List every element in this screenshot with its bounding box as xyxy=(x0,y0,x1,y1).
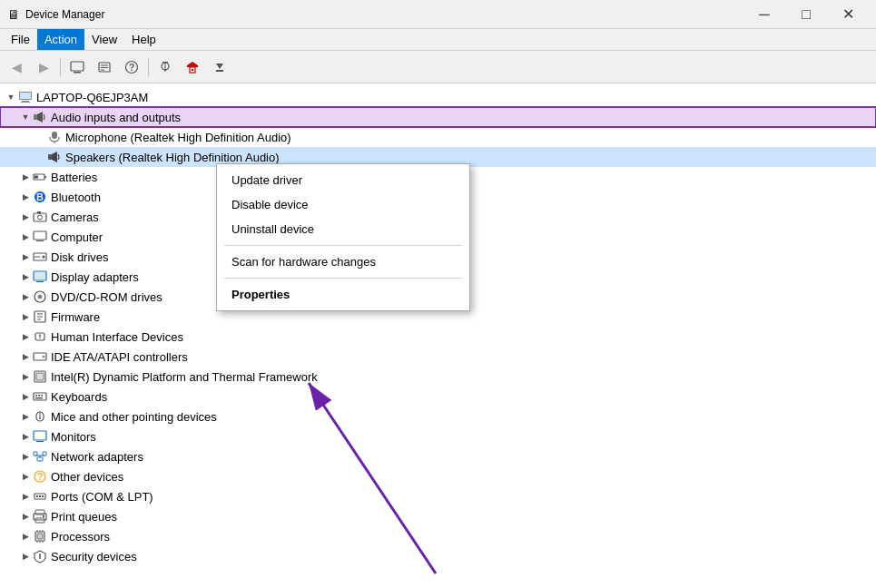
mice-label: Mice and other pointing devices xyxy=(51,410,217,424)
tree-toggle-audio[interactable]: ▼ xyxy=(18,110,33,124)
svg-rect-1 xyxy=(74,72,81,74)
tree-toggle-speakers xyxy=(33,150,47,164)
menu-action[interactable]: Action xyxy=(37,29,84,50)
intel-icon xyxy=(33,369,47,384)
firmware-icon xyxy=(33,309,47,324)
tree-toggle-keyboards[interactable]: ▶ xyxy=(18,389,33,404)
menu-view[interactable]: View xyxy=(84,29,124,50)
minimize-button[interactable]: ─ xyxy=(743,0,785,29)
tree-toggle-print[interactable]: ▶ xyxy=(18,509,33,524)
intel-label: Intel(R) Dynamic Platform and Thermal Fr… xyxy=(51,370,318,384)
ctx-update-driver[interactable]: Update driver xyxy=(217,168,469,192)
tree-toggle-security[interactable]: ▶ xyxy=(18,549,33,564)
other-label: Other devices xyxy=(51,470,123,484)
tree-item-microphone[interactable]: Microphone (Realtek High Definition Audi… xyxy=(0,127,876,147)
other-icon: ? xyxy=(33,469,47,484)
tree-item-mice[interactable]: ▶ Mice and other pointing devices xyxy=(0,407,876,426)
audio-icon xyxy=(33,110,47,124)
tree-toggle-ports[interactable]: ▶ xyxy=(18,489,33,504)
tree-toggle-intel[interactable]: ▶ xyxy=(18,369,33,384)
svg-rect-25 xyxy=(52,132,57,139)
tree-toggle-monitors[interactable]: ▶ xyxy=(18,429,33,444)
ctx-uninstall-device[interactable]: Uninstall device xyxy=(217,217,469,241)
svg-rect-43 xyxy=(34,272,45,279)
ctx-scan-changes[interactable]: Scan for hardware changes xyxy=(217,250,469,274)
tree-item-network[interactable]: ▶ Network adapters xyxy=(0,446,876,466)
scan-button[interactable] xyxy=(153,54,178,80)
toolbar-separator-1 xyxy=(60,58,61,76)
keyboards-label: Keyboards xyxy=(51,390,107,404)
back-button[interactable]: ◀ xyxy=(4,54,29,80)
computer-button[interactable] xyxy=(64,54,90,80)
tree-toggle-bluetooth[interactable]: ▶ xyxy=(18,190,33,204)
tree-toggle-network[interactable]: ▶ xyxy=(18,449,33,464)
cameras-label: Cameras xyxy=(51,211,99,224)
svg-point-53 xyxy=(39,335,41,337)
tree-item-ports[interactable]: ▶ Ports (COM & LPT) xyxy=(0,486,876,506)
print-label: Print queues xyxy=(51,510,117,524)
tree-toggle-disk[interactable]: ▶ xyxy=(18,250,33,264)
svg-rect-71 xyxy=(43,452,46,456)
svg-rect-69 xyxy=(37,457,43,461)
speakers-icon xyxy=(47,150,62,164)
svg-rect-86 xyxy=(37,534,43,539)
tree-toggle-dvd[interactable]: ▶ xyxy=(18,289,33,304)
tree-item-other[interactable]: ▶ ? Other devices xyxy=(0,466,876,486)
toolbar-separator-2 xyxy=(148,58,149,76)
context-menu: Update driver Disable device Uninstall d… xyxy=(216,163,470,311)
tree-item-hid[interactable]: ▶ Human Interface Devices xyxy=(0,327,876,347)
tree-item-security[interactable]: ▶ Security devices xyxy=(0,546,876,566)
microphone-label: Microphone (Realtek High Definition Audi… xyxy=(65,131,291,144)
svg-rect-20 xyxy=(20,93,31,99)
tree-toggle-ide[interactable]: ▶ xyxy=(18,349,33,364)
tree-item-root[interactable]: ▼ LAPTOP-Q6EJP3AM xyxy=(0,87,876,107)
tree-toggle-mice[interactable]: ▶ xyxy=(18,409,33,424)
tree-item-intel[interactable]: ▶ Intel(R) Dynamic Platform and Thermal … xyxy=(0,367,876,387)
svg-rect-61 xyxy=(38,395,40,397)
menu-help[interactable]: Help xyxy=(124,29,163,50)
ide-icon xyxy=(33,349,47,364)
ctx-properties[interactable]: Properties xyxy=(217,282,469,307)
svg-rect-60 xyxy=(35,395,37,397)
tree-toggle-root[interactable]: ▼ xyxy=(4,90,18,104)
tree-item-print[interactable]: ▶ Print queues xyxy=(0,506,876,526)
cameras-icon xyxy=(33,210,47,224)
forward-button[interactable]: ▶ xyxy=(31,54,56,80)
tree-toggle-microphone xyxy=(33,130,47,144)
tree-toggle-computer[interactable]: ▶ xyxy=(18,230,33,244)
help-button[interactable]: ? xyxy=(119,54,144,80)
close-button[interactable]: ✕ xyxy=(827,0,869,29)
tree-toggle-batteries[interactable]: ▶ xyxy=(18,170,33,184)
svg-marker-11 xyxy=(163,69,167,72)
properties-button[interactable] xyxy=(92,54,117,80)
menu-file[interactable]: File xyxy=(4,29,37,50)
firmware-label: Firmware xyxy=(51,310,100,324)
download-button[interactable] xyxy=(207,54,232,80)
security-label: Security devices xyxy=(51,550,137,564)
tree-item-audio[interactable]: ▼ Audio inputs and outputs xyxy=(0,107,876,127)
tree-toggle-firmware[interactable]: ▶ xyxy=(18,309,33,324)
tree-item-ide[interactable]: ▶ IDE ATA/ATAPI controllers xyxy=(0,347,876,367)
tree-item-processors[interactable]: ▶ Processors xyxy=(0,526,876,546)
tree-item-monitors[interactable]: ▶ Monitors xyxy=(0,426,876,446)
tree-toggle-hid[interactable]: ▶ xyxy=(18,329,33,344)
tree-toggle-other[interactable]: ▶ xyxy=(18,469,33,484)
svg-rect-44 xyxy=(36,281,44,282)
tree-toggle-display[interactable]: ▶ xyxy=(18,270,33,284)
ctx-separator-2 xyxy=(224,278,462,279)
maximize-button[interactable]: □ xyxy=(785,0,827,29)
dvd-icon xyxy=(33,289,47,304)
computer-label: Computer xyxy=(51,230,103,244)
speakers-label: Speakers (Realtek High Definition Audio) xyxy=(65,151,280,164)
tree-toggle-cameras[interactable]: ▶ xyxy=(18,210,33,224)
ports-label: Ports (COM & LPT) xyxy=(51,490,153,504)
network-label: Network adapters xyxy=(51,450,143,464)
tree-item-keyboards[interactable]: ▶ Keyboards xyxy=(0,387,876,407)
app-title: Device Manager xyxy=(25,8,104,21)
svg-rect-58 xyxy=(36,373,44,380)
tree-toggle-processors[interactable]: ▶ xyxy=(18,529,33,544)
device-tree[interactable]: ▼ LAPTOP-Q6EJP3AM ▼ Audio inputs and out… xyxy=(0,83,876,588)
ctx-disable-device[interactable]: Disable device xyxy=(217,192,469,217)
bluetooth-label: Bluetooth xyxy=(51,191,101,204)
uninstall-button[interactable] xyxy=(180,54,205,80)
